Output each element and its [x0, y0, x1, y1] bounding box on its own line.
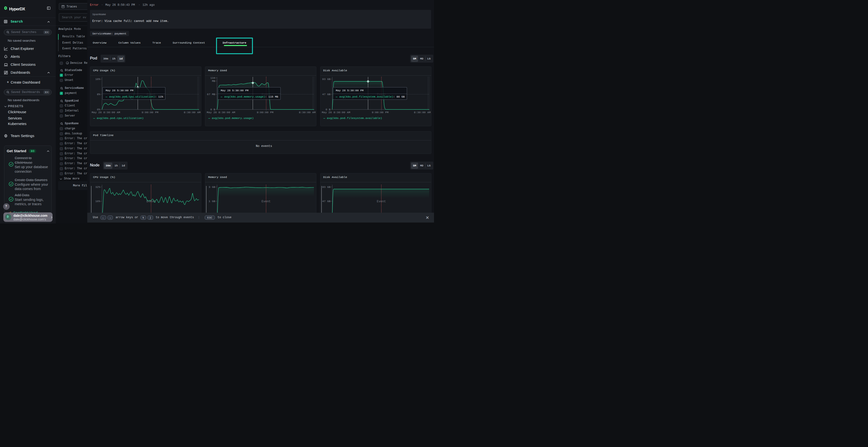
svg-text:3 GB: 3 GB [209, 185, 215, 188]
svg-text:67 MB: 67 MB [207, 93, 216, 96]
svg-text:1 GB: 1 GB [209, 200, 215, 203]
svg-text:93 GB: 93 GB [322, 185, 331, 188]
svg-text:MB: MB [212, 79, 215, 82]
svg-text:32%: 32% [95, 185, 100, 188]
svg-text:16%: 16% [95, 200, 100, 203]
svg-text:134: 134 [210, 76, 215, 79]
svg-text:47 GB: 47 GB [322, 93, 331, 96]
svg-text:47 GB: 47 GB [322, 200, 331, 203]
svg-text:8%: 8% [97, 93, 100, 96]
svg-text:16%: 16% [95, 77, 100, 80]
svg-text:93 GB: 93 GB [322, 77, 331, 80]
